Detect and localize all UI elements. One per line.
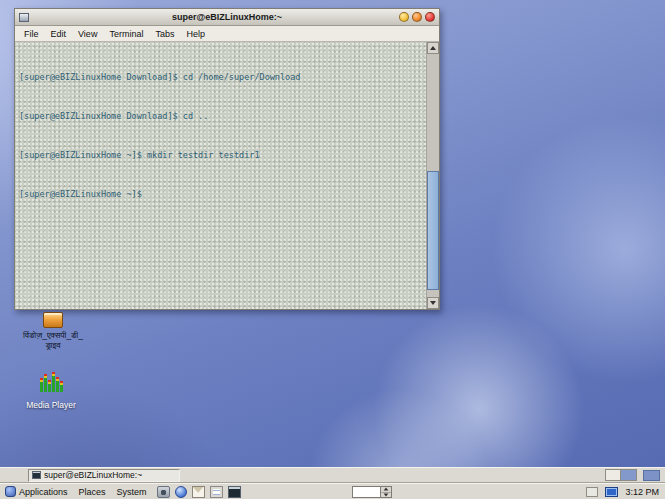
email-flap-icon <box>193 487 204 497</box>
terminal-line: [super@eBIZLinuxHome Download]$ cd /home… <box>19 71 422 84</box>
desktop-icon-media-player[interactable]: Media Player <box>10 368 92 410</box>
menu-file[interactable]: File <box>18 27 45 41</box>
places-menu[interactable]: Places <box>79 487 106 497</box>
scrollbar-thumb[interactable] <box>427 171 439 290</box>
workspace-2[interactable] <box>621 470 636 480</box>
applications-menu-label: Applications <box>19 487 68 497</box>
menu-tabs[interactable]: Tabs <box>149 27 180 41</box>
display-icon[interactable] <box>605 487 618 497</box>
maximize-button[interactable] <box>412 12 422 22</box>
desktop-icon-label: Media Player <box>10 400 92 410</box>
system-menu-label: System <box>117 487 147 497</box>
terminal-viewport: [super@eBIZLinuxHome Download]$ cd /home… <box>15 42 439 309</box>
window-menu-terminal-icon[interactable] <box>19 13 29 22</box>
taskbar-tray <box>605 469 665 481</box>
scroll-down-button[interactable] <box>427 297 439 309</box>
panel-menus: Applications Places System <box>0 486 147 497</box>
panel-launchers <box>157 486 241 498</box>
places-menu-label: Places <box>79 487 106 497</box>
menu-edit[interactable]: Edit <box>45 27 73 41</box>
workspace-1[interactable] <box>606 470 621 480</box>
panel-spinner <box>352 486 392 498</box>
terminal-line: [super@eBIZLinuxHome ~]$ mkdir testdir t… <box>19 149 422 162</box>
scroll-down-icon <box>430 301 436 305</box>
window-list-bar: super@eBIZLinuxHome:~ <box>0 467 665 483</box>
drive-icon <box>43 312 63 328</box>
terminal-menubar: File Edit View Terminal Tabs Help <box>15 26 439 42</box>
minimize-button[interactable] <box>399 12 409 22</box>
spinner-field[interactable] <box>353 487 380 497</box>
scroll-up-icon <box>430 46 436 50</box>
menu-view[interactable]: View <box>72 27 103 41</box>
system-menu[interactable]: System <box>117 487 147 497</box>
spinner-buttons <box>380 487 391 497</box>
menu-terminal[interactable]: Terminal <box>103 27 149 41</box>
panel-tray: 3:12 PM <box>586 487 665 497</box>
window-controls <box>399 12 435 22</box>
window-title: super@eBIZLinuxHome:~ <box>15 12 439 22</box>
spinner-down-icon <box>384 493 389 496</box>
taskbar-window-label: super@eBIZLinuxHome:~ <box>44 470 142 480</box>
menu-help[interactable]: Help <box>180 27 211 41</box>
terminal-line: [super@eBIZLinuxHome ~]$ <box>19 188 422 201</box>
desktop-icon-drive[interactable]: विंडोज़_एक्सपी_डी_ ड्राइव <box>12 312 94 350</box>
terminal-window: super@eBIZLinuxHome:~ File Edit View Ter… <box>14 8 440 310</box>
scrollbar-track[interactable] <box>427 54 439 297</box>
desktop-icon-label: विंडोज़_एक्सपी_डी_ <box>12 330 94 340</box>
terminal-line: [super@eBIZLinuxHome Download]$ cd .. <box>19 110 422 123</box>
document-icon[interactable] <box>210 486 223 498</box>
clock[interactable]: 3:12 PM <box>625 487 659 497</box>
desktop: super@eBIZLinuxHome:~ File Edit View Ter… <box>0 0 665 499</box>
terminal-launcher-icon[interactable] <box>228 486 241 498</box>
close-button[interactable] <box>425 12 435 22</box>
terminal-output[interactable]: [super@eBIZLinuxHome Download]$ cd /home… <box>15 42 426 309</box>
terminal-scrollbar[interactable] <box>426 42 439 309</box>
email-icon[interactable] <box>192 486 205 498</box>
web-browser-icon[interactable] <box>175 486 187 498</box>
spinner-up-icon <box>384 488 389 491</box>
desktop-icon-label: ड्राइव <box>12 340 94 350</box>
equalizer-icon <box>38 368 64 394</box>
screenshot-icon[interactable] <box>157 486 170 498</box>
applications-menu-icon <box>5 486 16 497</box>
scroll-up-button[interactable] <box>427 42 439 54</box>
applications-menu[interactable]: Applications <box>5 486 68 497</box>
spinner-down-button[interactable] <box>381 493 391 498</box>
window-titlebar[interactable]: super@eBIZLinuxHome:~ <box>15 9 439 26</box>
tray-applet-icon[interactable] <box>643 470 660 481</box>
terminal-icon <box>32 471 41 479</box>
main-panel: Applications Places System <box>0 483 665 499</box>
workspace-pager-icon[interactable] <box>605 469 637 481</box>
taskbar-window-button[interactable]: super@eBIZLinuxHome:~ <box>28 469 180 482</box>
keyboard-indicator-icon[interactable] <box>586 487 598 497</box>
